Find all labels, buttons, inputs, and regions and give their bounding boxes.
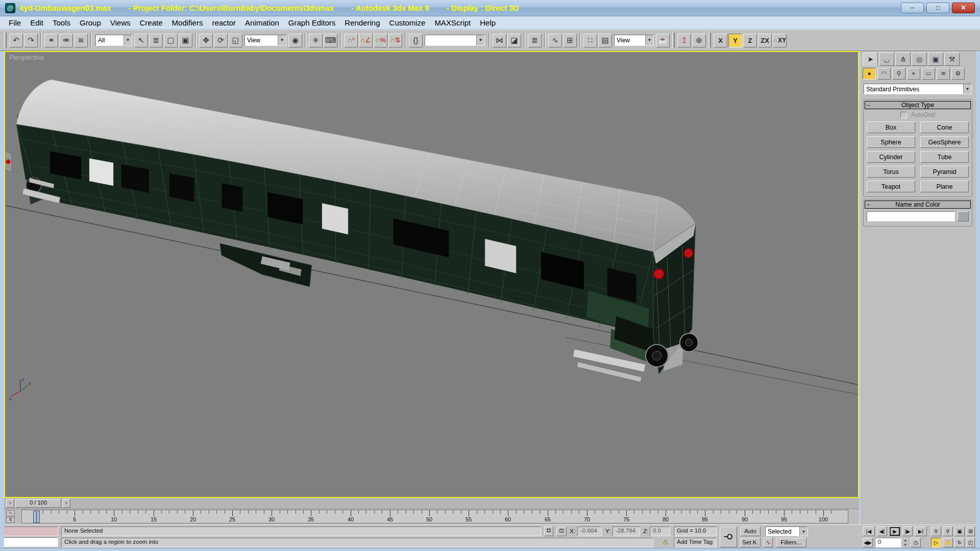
selection-filter-dropdown[interactable]: All ▼: [95, 35, 132, 46]
track-bar-ruler[interactable]: 0 5 10 15 20 25 30 35 40 45 50 55 60 65 …: [21, 510, 848, 523]
tab-create-icon[interactable]: ➤: [863, 53, 878, 66]
pyramid-button[interactable]: Pyramid: [920, 166, 969, 178]
zoom-extents-all-icon[interactable]: ⊞: [966, 527, 975, 536]
menu-maxscript[interactable]: MAXScript: [430, 17, 475, 28]
menu-file[interactable]: File: [4, 17, 26, 28]
torus-button[interactable]: Torus: [867, 166, 915, 178]
object-color-swatch[interactable]: [958, 211, 969, 221]
tab-utilities-icon[interactable]: ⚒: [944, 53, 960, 66]
min-max-toggle-icon[interactable]: ◰: [966, 538, 975, 547]
menu-create[interactable]: Create: [135, 17, 167, 28]
object-type-rollout-header[interactable]: − Object Type: [865, 101, 971, 109]
spinner-up-icon[interactable]: ▴: [902, 538, 908, 542]
spinner-down-icon[interactable]: ▾: [902, 542, 908, 547]
undo-icon[interactable]: ↶: [9, 34, 23, 47]
material-editor-icon[interactable]: ∷: [583, 34, 597, 47]
subtab-geometry-icon[interactable]: ●: [863, 68, 876, 80]
subtab-lights-icon[interactable]: ⚲: [892, 68, 905, 80]
toolbar-handle[interactable]: [708, 33, 711, 48]
spinner-snap-icon[interactable]: ∩⇅: [388, 34, 402, 47]
array-icon[interactable]: ⊛: [692, 34, 706, 47]
restrict-y-button[interactable]: Y: [728, 34, 742, 47]
subtab-shapes-icon[interactable]: ◠: [877, 68, 891, 80]
zoom-extents-icon[interactable]: ▣: [954, 527, 965, 536]
key-mode-toggle-icon[interactable]: ◀▶: [863, 538, 873, 547]
cone-button[interactable]: Cone: [920, 121, 969, 133]
menu-modifiers[interactable]: Modifiers: [167, 17, 208, 28]
subtab-systems-icon[interactable]: ⚙: [951, 68, 965, 80]
teapot-button[interactable]: Teapot: [867, 181, 915, 192]
layer-manager-icon[interactable]: ≣: [528, 34, 542, 47]
tab-hierarchy-icon[interactable]: ⋔: [895, 53, 911, 66]
time-configuration-icon[interactable]: ◷: [911, 538, 921, 547]
perspective-viewport[interactable]: Perspective: [4, 51, 859, 498]
geometry-category-dropdown[interactable]: Standard Primitives ▼: [864, 84, 972, 94]
previous-frame-icon[interactable]: ◀|: [877, 527, 887, 536]
default-in-out-tangent-icon[interactable]: ∿: [764, 538, 773, 547]
selection-lock-icon[interactable]: ◘: [544, 527, 553, 536]
redo-icon[interactable]: ↷: [24, 34, 38, 47]
tab-motion-icon[interactable]: ◎: [912, 53, 927, 66]
select-and-manipulate-icon[interactable]: ✳: [309, 34, 323, 47]
keyboard-override-icon[interactable]: ⌨: [324, 34, 337, 47]
menu-help[interactable]: Help: [475, 17, 500, 28]
time-slider-prev-button[interactable]: ‹: [6, 499, 14, 508]
frame-spinner[interactable]: ▴ ▾: [902, 538, 908, 547]
edit-named-sets-icon[interactable]: {}: [409, 34, 423, 47]
autogrid-icon[interactable]: ↥: [677, 34, 691, 47]
named-sets-dropdown[interactable]: ▼: [425, 35, 485, 46]
autogrid-checkbox[interactable]: [900, 112, 907, 118]
snap-toggle-3d-icon[interactable]: ∩³: [344, 34, 358, 47]
render-scene-icon[interactable]: ▤: [598, 34, 612, 47]
window-crossing-icon[interactable]: ▣: [179, 34, 192, 47]
unlink-selection-icon[interactable]: ⚮: [59, 34, 73, 47]
tab-display-icon[interactable]: ▣: [928, 53, 943, 66]
minimize-button[interactable]: ─: [901, 3, 924, 13]
menu-views[interactable]: Views: [106, 17, 135, 28]
name-color-rollout-header[interactable]: − Name and Color: [865, 201, 971, 209]
restrict-z-button[interactable]: Z: [743, 34, 757, 47]
key-filters-button[interactable]: Filters...: [776, 538, 806, 547]
key-filter-dropdown[interactable]: Selected ▼: [765, 527, 808, 536]
x-coordinate-field[interactable]: -0.604: [577, 527, 602, 536]
sphere-button[interactable]: Sphere: [867, 136, 915, 148]
select-and-move-icon[interactable]: ✥: [199, 34, 213, 47]
schematic-view-icon[interactable]: ⊞: [563, 34, 577, 47]
maxscript-listener-white[interactable]: [1, 537, 58, 547]
menu-tools[interactable]: Tools: [48, 17, 75, 28]
restore-button[interactable]: □: [926, 3, 949, 13]
zoom-icon[interactable]: ⚲: [931, 527, 941, 536]
snap-axis-constraint-icon[interactable]: ∩ XY: [773, 34, 787, 47]
tube-button[interactable]: Tube: [920, 151, 969, 163]
geosphere-button[interactable]: GeoSphere: [920, 136, 969, 148]
subtab-spacewarps-icon[interactable]: ≋: [937, 68, 950, 80]
go-to-start-icon[interactable]: |◀: [863, 527, 875, 536]
subtab-helpers-icon[interactable]: ▭: [922, 68, 935, 80]
current-frame-field[interactable]: 0: [875, 538, 901, 547]
current-frame-marker[interactable]: [33, 511, 40, 523]
time-slider-next-button[interactable]: ›: [62, 499, 70, 508]
toolbar-handle[interactable]: [4, 33, 7, 48]
angle-snap-icon[interactable]: ∩∠: [359, 34, 373, 47]
pan-view-icon[interactable]: ✋: [943, 538, 953, 547]
tab-modify-icon[interactable]: ◡: [879, 53, 894, 66]
reference-coordinate-dropdown[interactable]: View ▼: [244, 35, 286, 46]
add-time-tag[interactable]: Add Time Tag: [674, 538, 717, 547]
plane-button[interactable]: Plane: [920, 181, 969, 192]
close-button[interactable]: ✕: [952, 3, 975, 13]
select-object-icon[interactable]: ↖: [134, 34, 148, 47]
menu-customize[interactable]: Customize: [385, 17, 430, 28]
play-animation-icon[interactable]: ▶: [889, 527, 900, 536]
viewport-label[interactable]: Perspective: [9, 54, 44, 61]
mini-key-icon[interactable]: ⇅: [6, 517, 15, 523]
quick-render-icon[interactable]: ☕: [656, 34, 670, 47]
menu-graph-editors[interactable]: Graph Editors: [284, 17, 340, 28]
menu-edit[interactable]: Edit: [26, 17, 48, 28]
go-to-end-icon[interactable]: ▶|: [915, 527, 927, 536]
y-coordinate-field[interactable]: -28.794: [612, 527, 640, 536]
subtab-cameras-icon[interactable]: ⌖: [907, 68, 920, 80]
zoom-region-icon[interactable]: ▷: [931, 538, 941, 547]
align-icon[interactable]: ◪: [507, 34, 521, 47]
restrict-x-button[interactable]: X: [714, 34, 727, 47]
rectangular-selection-icon[interactable]: ▢: [164, 34, 178, 47]
